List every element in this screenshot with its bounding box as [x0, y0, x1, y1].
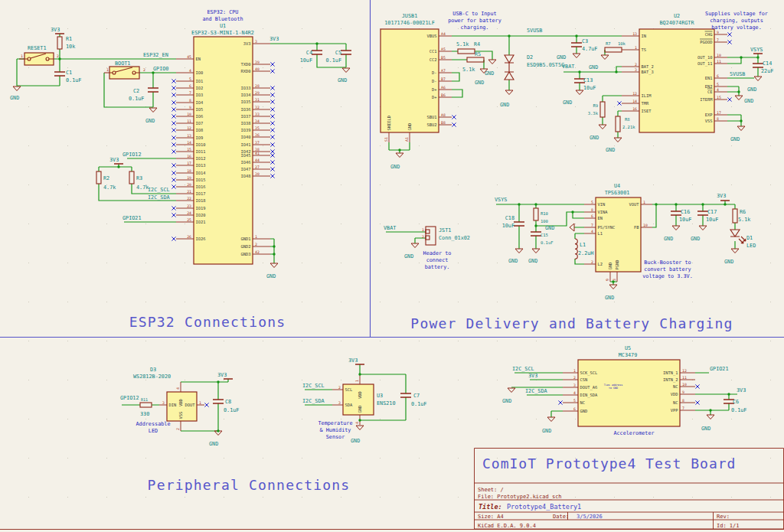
- ref-or-value-label[interactable]: C18: [505, 215, 514, 221]
- net-label[interactable]: 2.2uH: [578, 250, 593, 256]
- ref-or-value-label[interactable]: ESD9B5.0ST5G: [527, 62, 564, 68]
- gnd-label[interactable]: GND: [338, 77, 347, 83]
- section-title-peripheral[interactable]: Peripheral Connections: [148, 477, 351, 493]
- gnd-label[interactable]: GND: [508, 258, 518, 264]
- net-label[interactable]: ESP32_EN: [143, 52, 168, 58]
- net-label[interactable]: 3V3: [270, 36, 279, 42]
- section-title-power[interactable]: Power Delivery and Battery Charging: [410, 315, 733, 331]
- ref-or-value-label[interactable]: U3: [377, 393, 383, 399]
- gnd-label[interactable]: GND: [701, 426, 710, 432]
- net-label[interactable]: GPIO21: [710, 366, 729, 372]
- gnd-arrow[interactable]: [547, 417, 555, 422]
- ref-or-value-label[interactable]: R3: [136, 175, 142, 181]
- component-body[interactable]: [639, 29, 714, 132]
- gnd-arrow[interactable]: [672, 226, 680, 230]
- ref-or-value-label[interactable]: C4: [306, 50, 312, 56]
- gnd-arrow[interactable]: [13, 86, 21, 91]
- pin-number[interactable]: 2: [422, 235, 424, 239]
- gnd-label[interactable]: GND: [563, 100, 572, 106]
- gnd-arrow[interactable]: [707, 415, 714, 419]
- ref-or-value-label[interactable]: U4: [614, 183, 620, 189]
- net-label[interactable]: 3V3: [528, 373, 537, 379]
- gnd-label[interactable]: GND: [730, 136, 740, 142]
- switch-reset[interactable]: [19, 53, 54, 65]
- resistor-R8[interactable]: [616, 116, 620, 132]
- battery-connector-JST1[interactable]: [426, 227, 436, 245]
- gnd-label[interactable]: GND: [485, 70, 494, 77]
- net-label[interactable]: 10uF: [583, 85, 596, 91]
- net-label[interactable]: VBAT: [562, 64, 574, 70]
- net-label[interactable]: 3V3: [51, 27, 60, 33]
- net-label[interactable]: 330: [140, 411, 149, 417]
- net-label[interactable]: 0.1uF: [66, 77, 81, 83]
- resistor-R9[interactable]: [600, 102, 605, 117]
- net-label[interactable]: 5.1k: [462, 67, 475, 73]
- net-label[interactable]: LED: [746, 243, 756, 249]
- net-label[interactable]: 4.7k: [103, 184, 116, 191]
- pin-number[interactable]: 2: [143, 68, 145, 72]
- gnd-label[interactable]: GND: [475, 80, 484, 86]
- gnd-arrow[interactable]: [396, 153, 403, 158]
- ref-or-value-label[interactable]: R9: [593, 103, 598, 108]
- gnd-label[interactable]: GND: [664, 236, 673, 242]
- pin-number[interactable]: 2: [57, 54, 59, 58]
- ref-or-value-label[interactable]: R1: [66, 36, 72, 42]
- resistor-R2[interactable]: [96, 171, 101, 184]
- ref-or-value-label[interactable]: C14: [763, 60, 772, 67]
- gnd-arrow[interactable]: [532, 249, 540, 253]
- gnd-label[interactable]: GND: [605, 295, 614, 301]
- net-label[interactable]: I2C_SCL: [512, 366, 534, 372]
- ref-or-value-label[interactable]: C3: [582, 38, 588, 44]
- section-title-esp32[interactable]: ESP32 Connections: [129, 314, 286, 330]
- net-label[interactable]: 2.21k: [622, 125, 635, 129]
- gnd-label[interactable]: GND: [209, 441, 218, 447]
- gnd-label[interactable]: GND: [744, 98, 753, 104]
- net-label[interactable]: 0.1uF: [326, 57, 341, 64]
- ref-or-value-label[interactable]: BQ24074RGTR: [659, 20, 694, 26]
- resistor-R10[interactable]: [534, 208, 538, 220]
- ref-or-value-label[interactable]: MC3479: [619, 352, 638, 358]
- net-label[interactable]: 5.1k: [456, 41, 469, 47]
- net-label[interactable]: 4.7k: [136, 184, 149, 191]
- ref-or-value-label[interactable]: C7: [413, 393, 420, 399]
- gnd-arrow[interactable]: [731, 249, 739, 253]
- gnd-label[interactable]: GND: [545, 225, 554, 231]
- net-label[interactable]: 3V3: [348, 357, 358, 364]
- net-label[interactable]: 3V3: [109, 157, 119, 163]
- net-label[interactable]: 3V3: [737, 387, 746, 393]
- net-label[interactable]: I2C_SDA: [525, 388, 547, 394]
- ref-or-value-label[interactable]: JUSB1: [402, 13, 417, 19]
- pin-number[interactable]: 1: [21, 54, 23, 58]
- pin-number[interactable]: 1: [422, 228, 424, 232]
- gnd-arrow[interactable]: [356, 426, 364, 430]
- net-label[interactable]: 3.3k: [588, 111, 599, 116]
- ref-or-value-label[interactable]: TPS63001: [605, 190, 630, 196]
- ref-or-value-label[interactable]: ENS210: [377, 400, 396, 406]
- ref-or-value-label[interactable]: L1: [580, 242, 586, 248]
- ref-or-value-label[interactable]: R6: [740, 209, 746, 215]
- pin-number[interactable]: 1: [106, 68, 109, 72]
- ref-or-value-label[interactable]: C6: [733, 399, 739, 405]
- gnd-arrow[interactable]: [576, 90, 583, 95]
- gnd-label[interactable]: GND: [404, 253, 413, 259]
- net-label[interactable]: I2C_SCL: [148, 187, 170, 193]
- gnd-arrow[interactable]: [270, 263, 278, 268]
- ref-or-value-label[interactable]: 10171746-00021LF: [384, 20, 434, 26]
- resistor-R5[interactable]: [467, 57, 484, 62]
- switch-boot[interactable]: [104, 67, 139, 79]
- gnd-label[interactable]: GND: [10, 95, 19, 101]
- net-label[interactable]: 10uF: [502, 223, 514, 229]
- component-U5[interactable]: 1SCK_SCL2CSN3DOUT_A64DIN_SDA5NC6GND12INT…: [558, 360, 699, 426]
- gnd-arrow[interactable]: [609, 285, 617, 289]
- ref-or-value-label[interactable]: U1: [220, 23, 226, 29]
- ref-or-value-label[interactable]: C15: [541, 233, 548, 237]
- gnd-arrow[interactable]: [488, 60, 496, 64]
- inductor-L1[interactable]: [575, 239, 577, 259]
- ref-or-value-label[interactable]: D1: [746, 235, 753, 241]
- net-label[interactable]: 0.1uF: [129, 96, 144, 102]
- net-label[interactable]: 0.1uF: [731, 407, 746, 413]
- ref-or-value-label[interactable]: D3: [150, 367, 156, 373]
- net-label[interactable]: 5.1k: [738, 217, 750, 223]
- gnd-arrow[interactable]: [508, 388, 515, 393]
- resistor-R3[interactable]: [129, 171, 134, 184]
